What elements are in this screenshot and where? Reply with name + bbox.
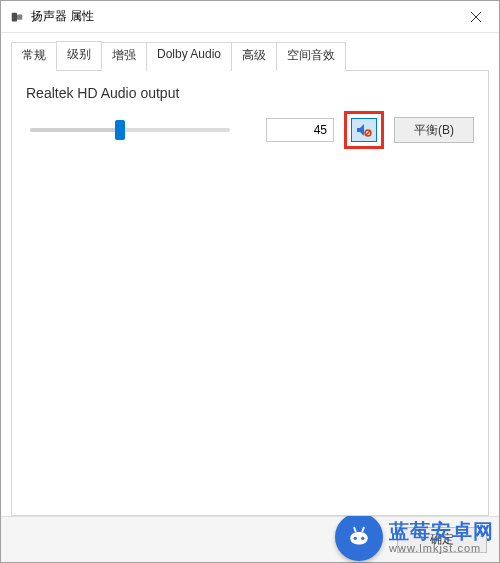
volume-slider-wrap	[26, 128, 256, 132]
speaker-properties-dialog: 扬声器 属性 常规 级别 增强 Dolby Audio 高级 空间音效 Real…	[0, 0, 500, 563]
window-title: 扬声器 属性	[31, 8, 453, 25]
tab-enhancements[interactable]: 增强	[101, 42, 147, 71]
titlebar: 扬声器 属性	[1, 1, 499, 33]
tab-general[interactable]: 常规	[11, 42, 57, 71]
volume-slider[interactable]	[30, 128, 230, 132]
tab-levels[interactable]: 级别	[56, 41, 102, 70]
mute-button[interactable]	[351, 118, 377, 142]
volume-slider-thumb[interactable]	[115, 120, 125, 140]
app-icon	[9, 9, 25, 25]
tab-spatial-sound[interactable]: 空间音效	[276, 42, 346, 71]
volume-value: 45	[266, 118, 334, 142]
balance-button[interactable]: 平衡(B)	[394, 117, 474, 143]
dialog-footer: 确定	[1, 516, 499, 562]
svg-rect-1	[17, 14, 22, 19]
close-button[interactable]	[453, 1, 499, 33]
tab-dolby-audio[interactable]: Dolby Audio	[146, 42, 232, 71]
svg-line-5	[366, 131, 370, 135]
speaker-mute-icon	[356, 123, 372, 137]
mute-highlight-box	[344, 111, 384, 149]
tab-panel-levels: Realtek HD Audio output 45	[11, 70, 489, 516]
level-row: 45 平衡(B)	[26, 111, 474, 149]
tabs-wrap: 常规 级别 增强 Dolby Audio 高级 空间音效	[11, 41, 489, 70]
device-name: Realtek HD Audio output	[26, 85, 474, 101]
tab-bar: 常规 级别 增强 Dolby Audio 高级 空间音效	[11, 41, 489, 70]
content-area: 常规 级别 增强 Dolby Audio 高级 空间音效 Realtek HD …	[1, 33, 499, 516]
tab-advanced[interactable]: 高级	[231, 42, 277, 71]
ok-button[interactable]: 确定	[397, 527, 487, 553]
volume-slider-fill	[30, 128, 120, 132]
close-icon	[471, 12, 481, 22]
svg-rect-0	[12, 12, 17, 21]
